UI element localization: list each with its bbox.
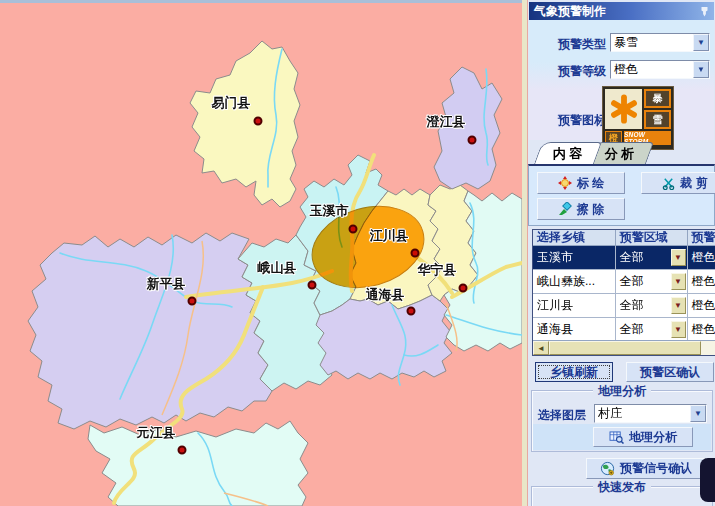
col-header-town: 选择乡镇 — [533, 230, 616, 246]
layer-select-label: 选择图层 — [538, 407, 586, 424]
snow-storm-warning-icon: 暴 雪 橙 SNOW STORM — [602, 86, 674, 150]
plot-icon — [558, 176, 572, 190]
map-canvas[interactable]: 易门县 澄江县 玉溪市 江川县 峨山县 华宁县 通海县 新平县 元江县 — [0, 0, 522, 506]
panel-title-bar: 气象预警制作 — [529, 2, 714, 20]
area-dropdown-icon[interactable]: ▼ — [671, 297, 686, 314]
warning-type-label: 预警类型 — [558, 36, 606, 53]
pin-icon[interactable] — [700, 6, 709, 17]
table-row[interactable]: 峨山彝族... 全部▼ 橙色 — [533, 270, 715, 294]
erase-button[interactable]: 擦 除 — [537, 198, 625, 220]
town-marker — [469, 137, 476, 144]
chevron-down-icon[interactable]: ▼ — [693, 61, 709, 78]
town-marker — [255, 118, 262, 125]
icon-char-top: 暴 — [644, 89, 671, 108]
globe-icon — [600, 461, 615, 476]
weather-warning-app: 易门县 澄江县 玉溪市 江川县 峨山县 华宁县 通海县 新平县 元江县 气象预警… — [0, 0, 715, 506]
col-header-level: 预警等级 — [688, 230, 715, 246]
warning-area-confirm-button[interactable]: 预警区确认 — [626, 362, 714, 382]
area-dropdown-icon[interactable]: ▼ — [671, 249, 686, 266]
county-label: 玉溪市 — [305, 202, 353, 220]
horizontal-scrollbar[interactable]: ◄ — [533, 340, 715, 355]
county-label: 通海县 — [361, 286, 409, 304]
county-label: 峨山县 — [253, 259, 301, 277]
geo-analysis-icon — [609, 431, 624, 444]
area-dropdown-icon[interactable]: ▼ — [671, 321, 686, 338]
warning-panel: 气象预警制作 预警类型 暴雪 ▼ 预警等级 橙色 ▼ 预警图标 暴 雪 — [528, 0, 715, 506]
table-row[interactable]: 江川县 全部▼ 橙色 — [533, 294, 715, 318]
analysis-tools: 标 绘 裁 剪 擦 除 — [528, 164, 715, 226]
table-row[interactable]: 玉溪市 全部▼ 橙色 — [533, 246, 715, 270]
chevron-down-icon[interactable]: ▼ — [690, 405, 706, 422]
warning-icon-label: 预警图标 — [558, 112, 606, 129]
county-label: 江川县 — [365, 227, 413, 245]
geo-group-title: 地理分析 — [593, 383, 651, 400]
warning-level-select[interactable]: 橙色 ▼ — [610, 60, 710, 79]
table-row[interactable]: 通海县 全部▼ 橙色 — [533, 318, 715, 342]
scrollbar-thumb[interactable] — [549, 341, 701, 355]
town-marker — [309, 282, 316, 289]
warning-signal-confirm-button[interactable]: 预警信号确认 — [586, 458, 706, 479]
map-svg — [0, 3, 522, 506]
background-window-fragment — [700, 458, 715, 502]
township-refresh-button[interactable]: 乡镇刷新 — [535, 362, 613, 382]
warning-level-value: 橙色 — [611, 61, 693, 78]
panel-title: 气象预警制作 — [534, 3, 606, 20]
layer-value: 村庄 — [595, 405, 690, 422]
geo-analysis-button[interactable]: 地理分析 — [593, 427, 693, 447]
county-label: 澄江县 — [422, 113, 470, 131]
county-label: 华宁县 — [413, 261, 461, 279]
scroll-left-icon[interactable]: ◄ — [533, 341, 549, 355]
quick-publish-title: 快速发布 — [593, 479, 651, 496]
town-marker — [189, 298, 196, 305]
town-marker — [179, 447, 186, 454]
chevron-down-icon[interactable]: ▼ — [693, 34, 709, 51]
scissors-icon — [662, 177, 675, 190]
warning-type-value: 暴雪 — [611, 34, 693, 51]
scrollbar-track[interactable] — [701, 341, 715, 355]
county-label: 新平县 — [142, 275, 190, 293]
county-shape-yimen — [190, 41, 300, 207]
geo-button-strip: 地理分析 — [533, 424, 711, 450]
warning-level-label: 预警等级 — [558, 63, 606, 80]
town-marker — [460, 285, 467, 292]
table-header: 选择乡镇 预警区域 预警等级 — [533, 230, 715, 246]
col-header-area: 预警区域 — [616, 230, 688, 246]
area-dropdown-icon[interactable]: ▼ — [671, 273, 686, 290]
tab-content[interactable]: 内 容 — [534, 142, 602, 164]
snowflake-icon — [605, 89, 642, 129]
plot-button[interactable]: 标 绘 — [537, 172, 625, 194]
warning-type-select[interactable]: 暴雪 ▼ — [610, 33, 710, 52]
layer-select[interactable]: 村庄 ▼ — [594, 404, 707, 423]
panel-tabs: 内 容 分 析 — [538, 142, 649, 164]
icon-char-bottom: 雪 — [644, 110, 671, 129]
quick-publish-group: 快速发布 — [531, 486, 713, 506]
geo-analysis-group: 地理分析 选择图层 村庄 ▼ 地理分析 — [531, 390, 713, 452]
clip-button[interactable]: 裁 剪 — [641, 172, 715, 194]
county-label: 易门县 — [207, 94, 255, 112]
township-table: 选择乡镇 预警区域 预警等级 玉溪市 全部▼ 橙色 峨山彝族... 全部▼ 橙色… — [532, 229, 715, 356]
county-label: 元江县 — [132, 424, 180, 442]
town-marker — [408, 308, 415, 315]
eraser-icon — [558, 202, 572, 216]
